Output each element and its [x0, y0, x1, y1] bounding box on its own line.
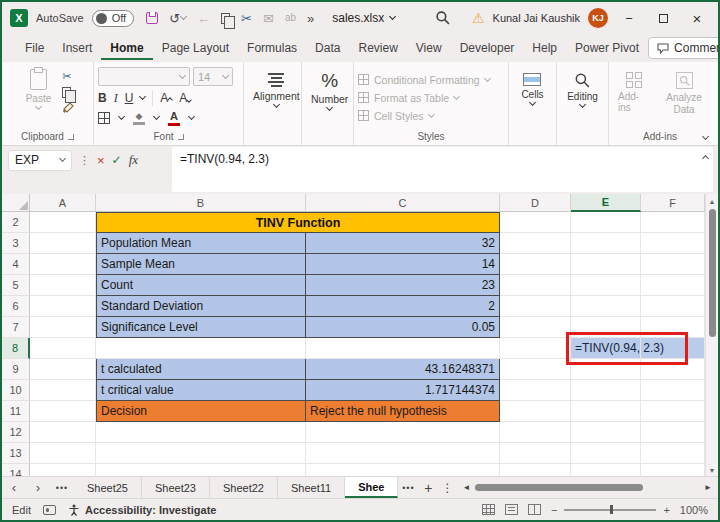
- tab-review[interactable]: Review: [349, 36, 406, 61]
- avatar[interactable]: KJ: [588, 8, 608, 28]
- translate-button[interactable]: ab: [285, 13, 296, 23]
- page-break-view-icon[interactable]: [528, 504, 541, 515]
- cell-label[interactable]: Count: [96, 275, 306, 296]
- next-sheet-button[interactable]: ›: [26, 477, 50, 498]
- zoom-out-button[interactable]: −: [551, 504, 557, 516]
- tab-page-layout[interactable]: Page Layout: [153, 36, 238, 61]
- copy-button[interactable]: [221, 13, 230, 24]
- warning-icon[interactable]: ⚠: [472, 10, 485, 26]
- tab-file[interactable]: File: [16, 36, 53, 61]
- cell-value[interactable]: 43.16248371: [306, 359, 500, 380]
- increase-font-button[interactable]: A: [160, 91, 172, 105]
- accessibility-status[interactable]: Accessibility: Investigate: [68, 504, 216, 516]
- sheet-tab-sheet23[interactable]: Sheet23: [142, 477, 210, 498]
- cell-label[interactable]: Population Mean: [96, 233, 306, 254]
- cell-value[interactable]: Reject the null hypothesis: [306, 401, 500, 422]
- cell[interactable]: [571, 275, 641, 296]
- select-all-corner[interactable]: [2, 194, 30, 212]
- cell[interactable]: [571, 464, 641, 476]
- italic-button[interactable]: I: [114, 91, 118, 106]
- scroll-left-icon[interactable]: ◄: [462, 483, 470, 492]
- cell-value[interactable]: 23: [306, 275, 500, 296]
- new-sheet-button[interactable]: +: [418, 477, 438, 498]
- vertical-scrollbar-thumb[interactable]: [709, 209, 716, 337]
- column-header-b[interactable]: B: [96, 194, 306, 212]
- tab-formulas[interactable]: Formulas: [238, 36, 306, 61]
- editing-button[interactable]: Editing: [562, 66, 603, 110]
- prev-sheet-button[interactable]: ‹: [2, 477, 26, 498]
- cell[interactable]: [641, 212, 705, 233]
- more-sheets-right-button[interactable]: •••: [398, 477, 418, 498]
- cell[interactable]: [500, 401, 571, 422]
- back-button[interactable]: ←: [197, 12, 210, 25]
- close-button[interactable]: ×: [684, 10, 710, 27]
- enter-button[interactable]: ✓: [112, 153, 122, 167]
- font-name-select[interactable]: [98, 67, 190, 86]
- horizontal-scrollbar-thumb[interactable]: [475, 484, 643, 491]
- cell[interactable]: [641, 317, 705, 338]
- cell[interactable]: [571, 359, 641, 380]
- search-button[interactable]: [435, 10, 450, 27]
- cell-label[interactable]: t critical value: [96, 380, 306, 401]
- sheet-tab-sheet25[interactable]: Sheet25: [74, 477, 142, 498]
- column-header-a[interactable]: A: [30, 194, 96, 212]
- excel-logo-icon[interactable]: X: [10, 9, 28, 27]
- tab-help[interactable]: Help: [523, 36, 566, 61]
- tab-insert[interactable]: Insert: [53, 36, 101, 61]
- analyze-data-button[interactable]: Analyze Data: [661, 66, 707, 118]
- cell[interactable]: [571, 233, 641, 254]
- cell[interactable]: [641, 254, 705, 275]
- cell-styles-button[interactable]: Cell Styles: [358, 107, 504, 124]
- cell[interactable]: [500, 380, 571, 401]
- cell[interactable]: [571, 296, 641, 317]
- cell[interactable]: [500, 359, 571, 380]
- document-title[interactable]: sales.xlsx: [332, 11, 395, 25]
- scroll-up-icon[interactable]: ▲: [709, 198, 716, 205]
- formula-input[interactable]: =TINV(0.94, 2.3): [172, 147, 713, 192]
- paste-button[interactable]: Paste: [21, 66, 57, 112]
- more-sheets-left-button[interactable]: •••: [50, 477, 74, 498]
- page-layout-view-icon[interactable]: [505, 504, 518, 515]
- cancel-button[interactable]: ×: [97, 153, 105, 168]
- row-header[interactable]: 13: [2, 443, 30, 464]
- cell[interactable]: [571, 422, 641, 443]
- cell[interactable]: [571, 380, 641, 401]
- cell[interactable]: [641, 443, 705, 464]
- cell[interactable]: [96, 422, 306, 443]
- cell[interactable]: [500, 443, 571, 464]
- column-header-c[interactable]: C: [306, 194, 500, 212]
- cut-button[interactable]: ✂: [62, 70, 74, 83]
- cell[interactable]: [306, 443, 500, 464]
- sheet-tab-active[interactable]: Shee: [345, 477, 398, 498]
- row-header[interactable]: 6: [2, 296, 30, 317]
- zoom-slider[interactable]: [564, 509, 656, 511]
- cell[interactable]: [30, 464, 96, 476]
- row-header[interactable]: 4: [2, 254, 30, 275]
- copy-button[interactable]: [62, 87, 71, 98]
- cell-label[interactable]: Significance Level: [96, 317, 306, 338]
- row-header[interactable]: 14: [2, 464, 30, 476]
- zoom-in-button[interactable]: +: [663, 504, 669, 516]
- cell-title[interactable]: TINV Function: [96, 212, 500, 233]
- email-button[interactable]: ✉: [263, 12, 274, 25]
- dialog-launcher-icon[interactable]: [68, 134, 74, 140]
- cell[interactable]: [500, 233, 571, 254]
- column-header-e[interactable]: E: [571, 194, 641, 212]
- bold-button[interactable]: B: [98, 91, 107, 105]
- zoom-slider-thumb[interactable]: [610, 505, 613, 514]
- cut-button[interactable]: ✂: [241, 12, 252, 25]
- horizontal-scrollbar[interactable]: ◄ ►: [456, 477, 718, 498]
- cell[interactable]: [500, 254, 571, 275]
- scroll-down-icon[interactable]: ▼: [709, 467, 716, 474]
- cell[interactable]: [30, 317, 96, 338]
- cell[interactable]: [571, 254, 641, 275]
- cells-button[interactable]: Cells: [516, 66, 548, 108]
- save-button[interactable]: [146, 12, 158, 24]
- tab-developer[interactable]: Developer: [451, 36, 524, 61]
- cell[interactable]: [500, 275, 571, 296]
- cell[interactable]: [30, 380, 96, 401]
- row-header-active[interactable]: 8: [2, 338, 30, 359]
- more-commands-button[interactable]: »: [307, 12, 314, 25]
- row-header[interactable]: 2: [2, 212, 30, 233]
- cell[interactable]: [641, 401, 705, 422]
